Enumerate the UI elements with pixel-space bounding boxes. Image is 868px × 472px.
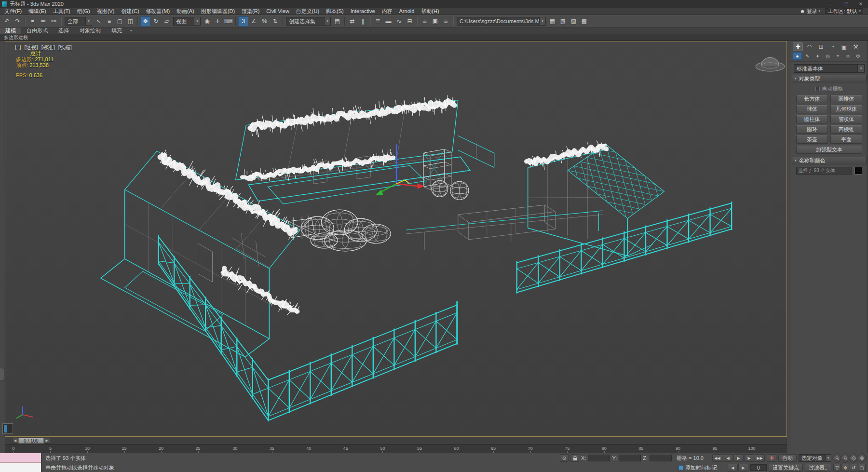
project-folder-button[interactable]: ▦ <box>547 16 557 27</box>
menu-item[interactable]: 视图(V) <box>94 8 118 14</box>
orbit-button[interactable]: ↺ <box>850 464 857 472</box>
ribbon-tab-对象绘制[interactable]: 对象绘制 <box>74 27 106 34</box>
menu-item[interactable]: Civil View <box>263 8 292 14</box>
minimize-button[interactable]: ─ <box>825 0 839 8</box>
chevron-down-icon[interactable]: ▾ <box>539 17 545 25</box>
object-name-field[interactable]: 选择了 93 个实体 <box>796 167 852 175</box>
cylinder-button[interactable]: 圆柱体 <box>796 115 828 123</box>
frame-tick-label[interactable]: 15 <box>122 446 127 451</box>
frame-tick-label[interactable]: 35 <box>270 446 274 451</box>
motion-tab[interactable]: ◔ <box>827 42 838 51</box>
menu-item[interactable]: 工具(T) <box>50 8 74 14</box>
maximize-button[interactable]: ☐ <box>839 0 854 8</box>
go-to-end-button[interactable]: ▶▶ <box>755 454 765 462</box>
current-frame-field[interactable]: 0 <box>750 464 767 471</box>
pyramid-button[interactable]: 四棱锥 <box>830 125 862 134</box>
undo-button[interactable]: ↶ <box>2 16 12 27</box>
previous-frame-button[interactable]: ◀ <box>723 454 733 462</box>
viewport-label-segment-1[interactable]: [透视] <box>25 44 38 51</box>
ribbon-tab-自由形式[interactable]: 自由形式 <box>21 27 53 34</box>
rendered-frame-window-button[interactable]: ▣ <box>430 16 440 27</box>
chevron-down-icon[interactable]: ▾ <box>85 17 92 25</box>
frame-forward-button[interactable]: ▶ <box>738 464 748 472</box>
login-menu[interactable]: ☻ 登录 ▾ <box>797 8 823 14</box>
frame-back-button[interactable]: ◀ <box>728 464 738 472</box>
ribbon-tab-选择[interactable]: 选择 <box>53 27 74 34</box>
maximize-viewport-button[interactable]: ▢ <box>858 464 866 472</box>
track-bar[interactable]: 0510152025303540455055606570758085909510… <box>5 445 787 453</box>
menu-item[interactable]: 文件(F) <box>1 8 25 14</box>
ribbon-options-caret-icon[interactable]: ▾ <box>130 29 132 33</box>
angle-snap-toggle[interactable]: ∠ <box>249 16 259 27</box>
frame-tick-label[interactable]: 40 <box>306 446 311 451</box>
close-button[interactable]: ✕ <box>854 0 868 8</box>
lights-category[interactable]: ✦ <box>813 52 822 60</box>
z-coord-field[interactable] <box>650 455 672 461</box>
menu-item[interactable]: Interactive <box>347 8 379 14</box>
x-coord-field[interactable] <box>588 455 610 461</box>
systems-category[interactable]: ⚙ <box>854 52 863 60</box>
menu-item[interactable]: 动画(A) <box>173 8 198 14</box>
select-and-manipulate-button[interactable]: ✛ <box>213 16 223 27</box>
add-time-tag[interactable]: 添加时间标记 <box>678 464 717 472</box>
selection-lock-toggle[interactable] <box>570 454 579 462</box>
selection-filter-dropdown[interactable]: 全部▾ <box>65 17 92 26</box>
menu-item[interactable]: 图形编辑器(D) <box>198 8 238 14</box>
save-scene-button[interactable]: ▩ <box>579 16 589 27</box>
menu-item[interactable]: Arnold <box>396 8 418 14</box>
maxscript-mini-listener[interactable] <box>0 453 41 472</box>
frame-tick-label[interactable]: 90 <box>676 446 680 451</box>
zoom-extents-all-button[interactable]: ⊞ <box>856 453 868 464</box>
frame-tick-label[interactable]: 0 <box>12 446 14 451</box>
field-of-view-button[interactable]: ▽ <box>833 464 841 472</box>
frame-tick-label[interactable]: 65 <box>491 446 496 451</box>
set-keys-button[interactable]: ✚ <box>767 454 776 462</box>
unlink-selection-button[interactable]: ⚮ <box>38 16 48 27</box>
name-color-rollout-header[interactable]: ▾ 名称和颜色 <box>792 157 867 164</box>
time-slider-track[interactable]: ◀ 0 / 100 ▶ <box>5 437 787 445</box>
viewport-label-segment-3[interactable]: [线框] <box>58 44 72 51</box>
viewport-label-segment-0[interactable]: [+] <box>15 44 21 51</box>
mirror-button[interactable]: ⇄ <box>347 16 357 27</box>
workspace-dropdown[interactable]: 工作区: 默认 ▾ <box>825 8 863 14</box>
curve-editor-button[interactable]: ∿ <box>394 16 404 27</box>
frame-tick-label[interactable]: 30 <box>232 446 237 451</box>
pan-button[interactable]: ✥ <box>841 464 849 472</box>
select-and-rotate-button[interactable]: ↻ <box>151 16 161 27</box>
menu-item[interactable]: 脚本(S) <box>323 8 347 14</box>
isolate-selection-toggle[interactable]: ⊙ <box>560 454 569 462</box>
utilities-tab[interactable]: ⚒ <box>851 42 861 51</box>
ribbon-tab-建模[interactable]: 建模 <box>0 27 21 34</box>
maxscript-listener-white[interactable] <box>0 463 41 472</box>
frame-tick-label[interactable]: 5 <box>49 446 52 451</box>
cone-button[interactable]: 圆锥体 <box>830 95 862 103</box>
ribbon-tab-填充[interactable]: 填充 <box>106 27 127 34</box>
window-crossing-toggle[interactable]: ◫ <box>125 16 136 27</box>
select-and-scale-button[interactable]: ▱ <box>162 16 172 27</box>
frame-tick-label[interactable]: 10 <box>85 446 90 451</box>
frame-tick-label[interactable]: 100 <box>748 446 755 451</box>
frame-tick-label[interactable]: 45 <box>343 446 348 451</box>
perspective-viewport[interactable]: [+][透视][标准][线框] 总计 多边形: 271,811 顶点: 213,… <box>5 41 787 437</box>
menu-item[interactable]: 内容 <box>379 8 396 14</box>
spacewarps-category[interactable]: ≋ <box>843 52 853 60</box>
y-coord-field[interactable] <box>619 455 641 461</box>
shapes-category[interactable]: ✎ <box>803 52 812 60</box>
viewport-layouts-button[interactable] <box>2 423 13 434</box>
frame-tick-label[interactable]: 75 <box>565 446 570 451</box>
use-pivot-center-button[interactable]: ◉ <box>202 16 212 27</box>
hierarchy-tab[interactable]: ⊞ <box>816 42 826 51</box>
key-selection-dropdown[interactable]: 选定对象 ▾ <box>799 454 831 462</box>
viewport-label-segment-2[interactable]: [标准] <box>41 44 55 51</box>
menu-item[interactable]: 帮助(H) <box>418 8 442 14</box>
modify-tab[interactable]: ◠ <box>804 42 814 51</box>
geometry-category[interactable]: ● <box>793 52 802 60</box>
teapot-button[interactable]: 茶壶 <box>796 135 828 144</box>
frame-tick-label[interactable]: 80 <box>602 446 607 451</box>
align-button[interactable]: ∥ <box>358 16 368 27</box>
asset-library-button[interactable]: ▧ <box>558 16 568 27</box>
frame-tick-label[interactable]: 70 <box>528 446 533 451</box>
snap-toggle-3d-button[interactable]: 3 <box>238 16 248 27</box>
keyboard-shortcut-override-button[interactable]: ⌨ <box>223 16 233 27</box>
frame-tick-label[interactable]: 55 <box>417 446 422 451</box>
